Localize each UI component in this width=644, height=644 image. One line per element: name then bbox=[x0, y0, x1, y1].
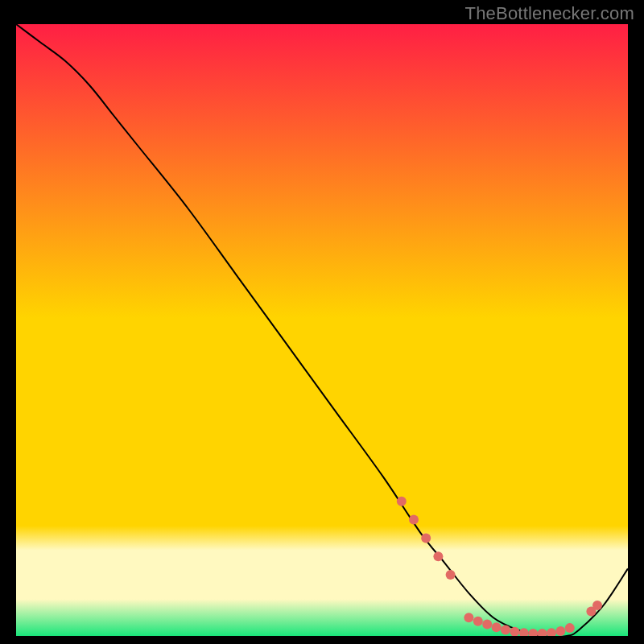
curve-marker bbox=[421, 533, 431, 543]
curve-marker bbox=[397, 497, 407, 506]
curve-marker bbox=[565, 623, 575, 633]
curve-marker bbox=[492, 622, 502, 632]
watermark-text: TheBottlenecker.com bbox=[465, 3, 634, 24]
curve-marker bbox=[409, 515, 419, 525]
bottleneck-chart bbox=[16, 24, 628, 636]
curve-marker bbox=[464, 613, 473, 622]
curve-marker bbox=[433, 551, 443, 561]
curve-marker bbox=[501, 625, 510, 634]
curve-marker bbox=[482, 620, 492, 630]
curve-marker bbox=[473, 617, 483, 626]
curve-marker bbox=[592, 601, 602, 610]
chart-frame: TheBottlenecker.com bbox=[0, 0, 644, 644]
plot-background bbox=[16, 24, 628, 636]
curve-marker bbox=[555, 626, 565, 636]
curve-marker bbox=[446, 570, 456, 580]
